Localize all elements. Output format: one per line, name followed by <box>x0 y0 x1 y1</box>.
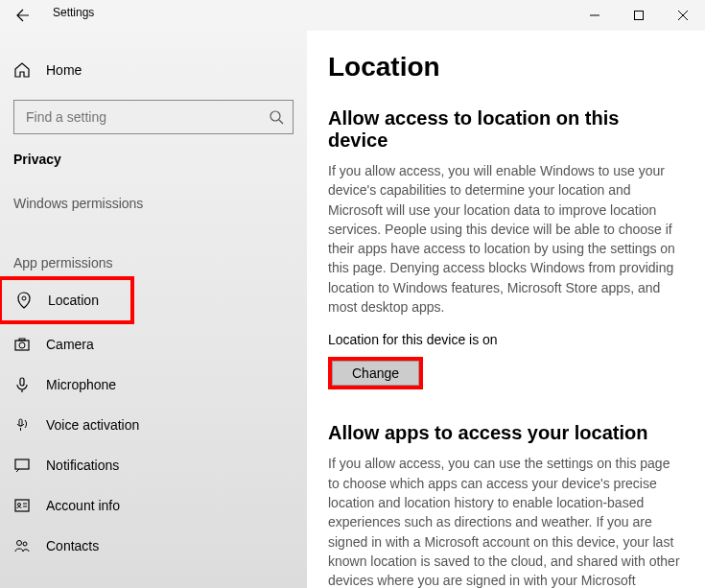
page-title: Location <box>328 52 680 82</box>
svg-rect-11 <box>15 500 29 511</box>
nav-label: Location <box>48 293 99 308</box>
maximize-button[interactable] <box>617 0 661 31</box>
svg-rect-8 <box>20 378 24 386</box>
contacts-icon <box>13 537 31 554</box>
svg-line-3 <box>279 120 283 124</box>
group-windows-permissions[interactable]: Windows permissions <box>0 175 307 217</box>
sidebar-item-camera[interactable]: Camera <box>0 324 307 365</box>
sidebar-item-contacts[interactable]: Contacts <box>0 526 307 566</box>
nav-label: Account info <box>46 498 120 513</box>
change-button[interactable]: Change <box>332 361 419 386</box>
minimize-button[interactable] <box>573 0 617 31</box>
group-app-permissions[interactable]: App permissions <box>0 217 307 276</box>
device-location-status: Location for this device is on <box>328 332 680 347</box>
nav-label: Notifications <box>46 458 119 473</box>
close-button[interactable] <box>661 0 705 31</box>
svg-rect-10 <box>15 459 29 469</box>
sidebar-item-account-info[interactable]: Account info <box>0 485 307 526</box>
sidebar-item-microphone[interactable]: Microphone <box>0 365 307 405</box>
svg-point-6 <box>19 342 25 348</box>
svg-rect-7 <box>19 339 25 341</box>
svg-point-14 <box>23 542 27 546</box>
back-button[interactable] <box>0 0 46 31</box>
sidebar-item-voice-activation[interactable]: Voice activation <box>0 405 307 445</box>
window-title: Settings <box>53 6 94 19</box>
microphone-icon <box>13 376 31 393</box>
change-highlight: Change <box>328 357 423 389</box>
nav-label: Microphone <box>46 377 116 392</box>
section1-body: If you allow access, you will enable Win… <box>328 161 680 317</box>
svg-rect-9 <box>19 419 22 426</box>
category-label: Privacy <box>0 152 307 175</box>
notifications-icon <box>13 457 31 474</box>
sidebar-item-location[interactable]: Location <box>0 276 134 324</box>
search-input[interactable] <box>13 100 294 134</box>
search-icon <box>269 109 284 125</box>
section1-title: Allow access to location on this device <box>328 107 680 152</box>
home-button[interactable]: Home <box>0 54 307 86</box>
home-icon <box>13 61 31 79</box>
section2-body: If you allow access, you can use the set… <box>328 454 680 588</box>
nav-label: Camera <box>46 337 94 352</box>
voice-activation-icon <box>13 416 31 434</box>
sidebar: Home Privacy Windows permissions App per… <box>0 31 307 588</box>
account-info-icon <box>13 497 31 514</box>
search-wrap <box>13 100 294 134</box>
location-icon <box>15 292 33 309</box>
content: Location Allow access to location on thi… <box>307 31 705 588</box>
section2-title: Allow apps to access your location <box>328 422 680 444</box>
close-icon <box>678 11 688 20</box>
back-arrow-icon <box>15 8 31 23</box>
home-label: Home <box>46 62 82 78</box>
maximize-icon <box>634 11 644 20</box>
minimize-icon <box>590 11 599 20</box>
svg-point-12 <box>18 504 21 506</box>
camera-icon <box>13 336 31 353</box>
nav-label: Contacts <box>46 538 99 553</box>
nav-label: Voice activation <box>46 417 139 433</box>
titlebar: Settings <box>0 0 705 31</box>
svg-point-2 <box>270 111 280 121</box>
main: Home Privacy Windows permissions App per… <box>0 31 705 588</box>
svg-point-13 <box>17 541 22 546</box>
svg-point-4 <box>22 296 26 300</box>
svg-rect-1 <box>635 12 644 20</box>
sidebar-item-notifications[interactable]: Notifications <box>0 445 307 485</box>
